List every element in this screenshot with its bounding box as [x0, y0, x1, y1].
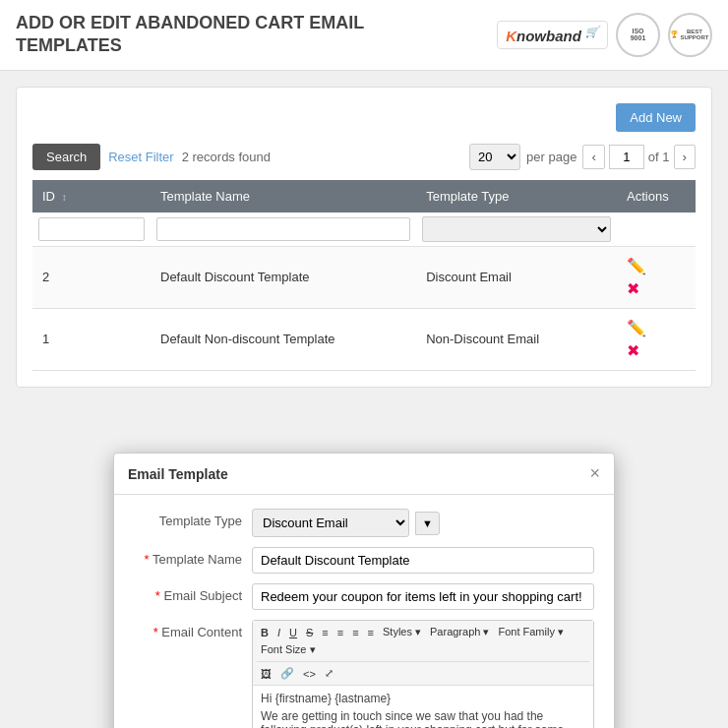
search-button[interactable]: Search [32, 144, 100, 170]
templates-table: ID ↕ Template Name Template Type Actions… [32, 180, 696, 371]
page-total: of 1 [648, 150, 670, 164]
toolbar: Add New [32, 103, 696, 132]
reset-filter-button[interactable]: Reset Filter [108, 150, 173, 164]
next-page-button[interactable]: › [674, 145, 696, 169]
template-type-label: Template Type [134, 509, 252, 528]
source-button[interactable]: <> [299, 666, 320, 682]
editor-line2: We are getting in touch since we saw tha… [261, 709, 585, 728]
modal-header: Email Template × [114, 454, 614, 495]
filter-type-cell: Discount Email Non-Discount Email [416, 212, 617, 247]
paragraph-select[interactable]: Paragraph ▾ [426, 624, 493, 640]
bold-button[interactable]: B [257, 625, 273, 640]
email-content-field: B I U S ≡ ≡ ≡ ≡ Styles ▾ Paragraph ▾ Fon… [252, 620, 594, 728]
list-button[interactable]: ≡ [364, 625, 378, 640]
template-type-select[interactable]: Discount Email Non-Discount Email [252, 509, 409, 537]
template-type-field: Discount Email Non-Discount Email ▼ [252, 509, 594, 537]
align-right-button[interactable]: ≡ [348, 625, 362, 640]
row2-action-icons: ✏️ ✖ [627, 319, 686, 360]
email-template-modal: Email Template × Template Type Discount … [113, 453, 615, 728]
row1-action-icons: ✏️ ✖ [627, 257, 686, 298]
page-number-input[interactable] [609, 145, 644, 169]
filter-id-input[interactable] [38, 217, 145, 241]
search-bar: Search Reset Filter 2 records found 10 2… [32, 144, 696, 170]
email-subject-label: Email Subject [134, 583, 252, 603]
dropdown-arrow-icon[interactable]: ▼ [415, 512, 440, 535]
styles-select[interactable]: Styles ▾ [379, 624, 425, 640]
email-subject-field [252, 583, 594, 610]
template-type-row: Template Type Discount Email Non-Discoun… [134, 509, 594, 537]
col-actions: Actions [617, 180, 696, 212]
modal-body: Template Type Discount Email Non-Discoun… [114, 495, 614, 728]
template-name-field [252, 547, 594, 574]
row2-delete-icon[interactable]: ✖ [627, 341, 686, 360]
email-subject-input[interactable] [252, 583, 594, 610]
italic-button[interactable]: I [273, 625, 284, 640]
col-id: ID ↕ [32, 180, 151, 212]
col-template-type: Template Type [416, 180, 617, 212]
filter-name-input[interactable] [156, 217, 410, 241]
filter-row: Discount Email Non-Discount Email [32, 212, 696, 247]
strikethrough-button[interactable]: S [302, 625, 317, 640]
row1-edit-icon[interactable]: ✏️ [627, 257, 686, 275]
email-content-row: Email Content B I U S ≡ ≡ ≡ ≡ Styles ▾ P… [134, 620, 594, 728]
modal-close-button[interactable]: × [589, 463, 600, 484]
image-button[interactable]: 🖼 [257, 666, 275, 682]
filter-actions-cell [617, 212, 696, 247]
template-name-label: Template Name [134, 547, 252, 567]
page-title: ADD OR EDIT ABANDONED CART EMAIL TEMPLAT… [16, 12, 370, 58]
header-logos: Knowband 🛒 ISO9001 🏆BEST SUPPORT [497, 13, 712, 57]
editor-content[interactable]: Hi {firstname} {lastname} We are getting… [253, 686, 593, 728]
table-row: 2 Default Discount Template Discount Ema… [32, 246, 696, 308]
table-row: 1 Default Non-discount Template Non-Disc… [32, 308, 696, 370]
main-content: Add New Search Reset Filter 2 records fo… [16, 87, 712, 388]
page-header: ADD OR EDIT ABANDONED CART EMAIL TEMPLAT… [0, 0, 728, 71]
award-logo: 🏆BEST SUPPORT [668, 13, 712, 57]
sort-icon: ↕ [62, 192, 67, 203]
font-size-select[interactable]: Font Size ▾ [257, 641, 320, 658]
fullscreen-button[interactable]: ⤢ [321, 665, 337, 682]
editor-line1: Hi {firstname} {lastname} [261, 692, 585, 705]
row2-id: 1 [32, 308, 151, 370]
knowband-logo: Knowband 🛒 [497, 21, 608, 49]
row1-delete-icon[interactable]: ✖ [627, 279, 686, 298]
records-found: 2 records found [182, 150, 271, 164]
filter-id-cell [32, 212, 151, 247]
per-page-select[interactable]: 10 20 50 100 [469, 144, 520, 170]
email-subject-row: Email Subject [134, 583, 594, 610]
iso-logo: ISO9001 [616, 13, 660, 57]
row1-template-type: Discount Email [416, 246, 617, 308]
underline-button[interactable]: U [285, 625, 301, 640]
template-name-input[interactable] [252, 547, 594, 574]
align-center-button[interactable]: ≡ [334, 625, 347, 640]
editor-toolbar: B I U S ≡ ≡ ≡ ≡ Styles ▾ Paragraph ▾ Fon… [253, 621, 593, 686]
row2-template-name: Default Non-discount Template [151, 308, 416, 370]
filter-type-select[interactable]: Discount Email Non-Discount Email [422, 216, 611, 242]
prev-page-button[interactable]: ‹ [582, 145, 604, 169]
row2-actions: ✏️ ✖ [617, 308, 696, 370]
row2-edit-icon[interactable]: ✏️ [627, 319, 686, 337]
col-template-name: Template Name [151, 180, 416, 212]
add-new-button[interactable]: Add New [616, 103, 696, 132]
row1-actions: ✏️ ✖ [617, 246, 696, 308]
per-page-section: 10 20 50 100 per page ‹ of 1 › [469, 144, 696, 170]
modal-title: Email Template [128, 466, 228, 482]
align-left-button[interactable]: ≡ [318, 625, 332, 640]
row1-template-name: Default Discount Template [151, 246, 416, 308]
template-name-row: Template Name [134, 547, 594, 574]
email-content-label: Email Content [134, 620, 252, 639]
row2-template-type: Non-Discount Email [416, 308, 617, 370]
link-button[interactable]: 🔗 [276, 665, 298, 682]
per-page-label: per page [526, 150, 576, 164]
row1-id: 2 [32, 246, 151, 308]
pagination: ‹ of 1 › [582, 145, 696, 169]
filter-name-cell [151, 212, 416, 247]
rich-text-editor: B I U S ≡ ≡ ≡ ≡ Styles ▾ Paragraph ▾ Fon… [252, 620, 594, 728]
font-family-select[interactable]: Font Family ▾ [494, 624, 568, 640]
